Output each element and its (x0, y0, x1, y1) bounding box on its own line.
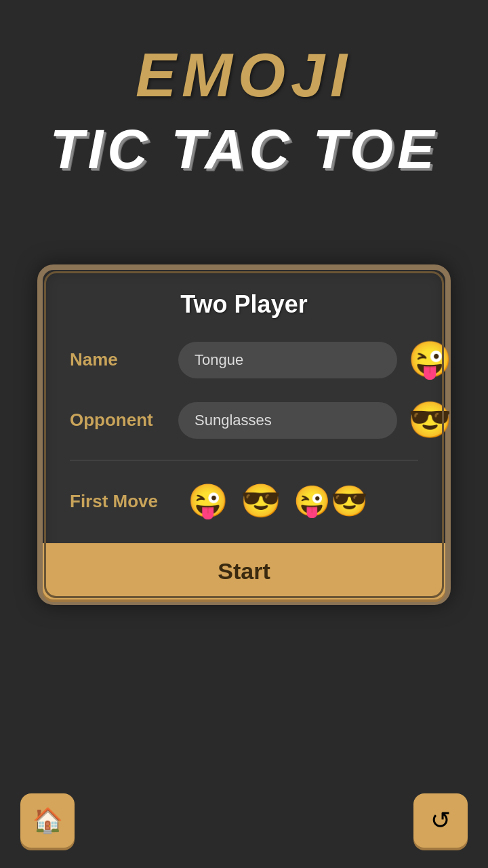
opponent-emoji-avatar: 😎 (408, 399, 452, 441)
first-move-row: First Move 😜 😎 😜😎 (70, 479, 418, 523)
opponent-input[interactable] (178, 402, 397, 439)
first-move-label: First Move (70, 491, 178, 512)
bottom-navigation: 🏠 ↺ (0, 793, 488, 848)
refresh-button[interactable]: ↺ (413, 793, 468, 848)
name-input[interactable] (178, 342, 397, 378)
start-button[interactable]: Start (43, 543, 445, 599)
first-move-both-button[interactable]: 😜😎 (291, 481, 371, 521)
start-button-wrapper: Start (43, 543, 445, 599)
game-setup-card: Two Player Name 😜 Opponent 😎 First Move … (37, 264, 451, 605)
name-row: Name 😜 (70, 339, 418, 380)
opponent-row: Opponent 😎 (70, 399, 418, 441)
first-move-player2-button[interactable]: 😎 (238, 479, 284, 523)
opponent-label: Opponent (70, 410, 178, 431)
first-move-player1-button[interactable]: 😜 (185, 479, 231, 523)
card-heading: Two Player (70, 290, 418, 319)
name-label: Name (70, 349, 178, 370)
name-emoji-avatar: 😜 (408, 339, 452, 380)
title-emoji: EMOJI (0, 41, 488, 111)
divider (70, 460, 418, 460)
first-move-options: 😜 😎 😜😎 (185, 479, 371, 523)
title-ttt: TIC TAC TOE (0, 117, 488, 181)
home-button[interactable]: 🏠 (20, 793, 75, 848)
